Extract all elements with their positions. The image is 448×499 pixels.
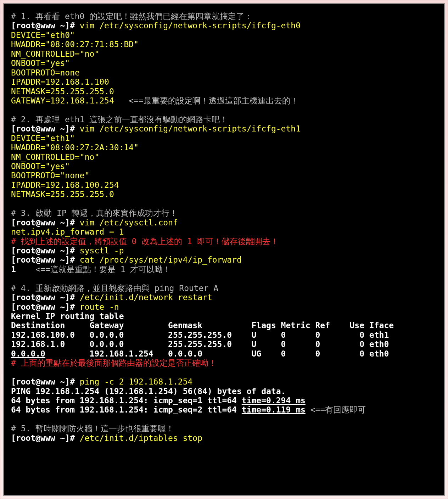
route-row-2: 192.168.1.0 0.0.0.0 255.255.255.0 U 0 0 … bbox=[11, 340, 389, 349]
ping-line-2-b: time=0.119 ms bbox=[242, 405, 306, 414]
command-sysctl-p: sysctl -p bbox=[75, 246, 124, 255]
ifcfg-eth1-device: DEVICE="eth1" bbox=[11, 134, 75, 143]
command-vim-eth0: vim /etc/sysconfig/network-scripts/ifcfg… bbox=[75, 21, 301, 30]
command-vim-eth1: vim /etc/sysconfig/network-scripts/ifcfg… bbox=[75, 124, 301, 133]
ipforward-value: 1 bbox=[11, 265, 16, 274]
route-row-1: 192.168.100.0 0.0.0.0 255.255.255.0 U 0 … bbox=[11, 330, 389, 340]
ifcfg-eth1-nmcontrolled: NM_CONTROLLED="no" bbox=[11, 152, 99, 162]
prompt: [root@www ~]# bbox=[11, 246, 75, 255]
route-note: # 上面的重點在於最後面那個路由器的設定是否正確呦！ bbox=[11, 358, 217, 368]
command-ping: ping -c 2 192.168.1.254 bbox=[75, 377, 192, 386]
blank-line bbox=[11, 368, 437, 377]
command-cat-ipforward: cat /proc/sys/net/ipv4/ip_forward bbox=[75, 255, 242, 264]
prompt: [root@www ~]# bbox=[11, 302, 75, 312]
ifcfg-eth0-onboot: ONBOOT="yes" bbox=[11, 58, 70, 68]
section-3-note: # 找到上述的設定值，將預設值 0 改為上述的 1 即可！儲存後離開去！ bbox=[11, 237, 279, 246]
ping-line-1-a: 64 bytes from 192.168.1.254: icmp_seq=1 … bbox=[11, 396, 242, 405]
ifcfg-eth1-netmask: NETMASK=255.255.255.0 bbox=[11, 190, 114, 199]
section-4-comment: # 4. 重新啟動網路，並且觀察路由與 ping Router A bbox=[11, 284, 218, 293]
terminal-output: # 1. 再看看 eth0 的設定吧！雖然我們已經在第四章就搞定了： [root… bbox=[3, 3, 445, 496]
section-2-comment: # 2. 再處理 eth1 這張之前一直都沒有驅動的網路卡吧！ bbox=[11, 115, 228, 124]
ping-header: PING 192.168.1.254 (192.168.1.254) 56(84… bbox=[11, 387, 286, 396]
prompt: [root@www ~]# bbox=[11, 124, 75, 133]
prompt: [root@www ~]# bbox=[11, 377, 75, 386]
command-iptables-stop: /etc/init.d/iptables stop bbox=[75, 433, 202, 443]
blank-line bbox=[11, 415, 437, 424]
prompt: [root@www ~]# bbox=[11, 433, 75, 443]
route-table-header: Destination Gateway Genmask Flags Metric… bbox=[11, 321, 394, 330]
route-row-3-dest: 0.0.0.0 bbox=[11, 349, 45, 358]
prompt: [root@www ~]# bbox=[11, 218, 75, 227]
ifcfg-eth0-nmcontrolled: NM_CONTROLLED="no" bbox=[11, 49, 99, 58]
gateway-note: <==最重要的設定啊！透過這部主機連出去的！ bbox=[114, 96, 298, 105]
route-row-3-rest: 192.168.1.254 0.0.0.0 UG 0 0 0 eth0 bbox=[45, 349, 389, 358]
ping-line-2-a: 64 bytes from 192.168.1.254: icmp_seq=2 … bbox=[11, 405, 242, 414]
sysctl-ipforward-line: net.ipv4.ip_forward = 1 bbox=[11, 227, 124, 236]
document-frame: # 1. 再看看 eth0 的設定吧！雖然我們已經在第四章就搞定了： [root… bbox=[0, 0, 448, 499]
prompt: [root@www ~]# bbox=[11, 293, 75, 302]
ping-note: <==有回應即可 bbox=[306, 405, 366, 414]
ifcfg-eth0-ipaddr: IPADDR=192.168.1.100 bbox=[11, 77, 109, 86]
command-route-n: route -n bbox=[75, 302, 119, 312]
ifcfg-eth1-onboot: ONBOOT="yes" bbox=[11, 162, 70, 171]
command-network-restart: /etc/init.d/network restart bbox=[75, 293, 212, 302]
ifcfg-eth0-device: DEVICE="eth0" bbox=[11, 30, 75, 40]
prompt: [root@www ~]# bbox=[11, 21, 75, 30]
section-3-comment: # 3. 啟動 IP 轉遞，真的來實作成功才行！ bbox=[11, 208, 178, 218]
route-table-title: Kernel IP routing table bbox=[11, 312, 124, 321]
blank-line bbox=[11, 105, 437, 114]
ifcfg-eth1-hwaddr: HWADDR="08:00:27:2A:30:14" bbox=[11, 143, 139, 152]
command-vim-sysctl: vim /etc/sysctl.conf bbox=[75, 218, 178, 227]
ipforward-note: <==這就是重點！要是 1 才可以呦！ bbox=[16, 265, 171, 274]
ifcfg-eth1-ipaddr: IPADDR=192.168.100.254 bbox=[11, 180, 119, 190]
section-5-comment: # 5. 暫時關閉防火牆！這一步也很重要喔！ bbox=[11, 424, 174, 433]
blank-line bbox=[11, 274, 437, 283]
ifcfg-eth0-bootproto: BOOTPROTO=none bbox=[11, 68, 80, 77]
ifcfg-eth0-netmask: NETMASK=255.255.255.0 bbox=[11, 87, 114, 96]
ifcfg-eth1-bootproto: BOOTPROTO="none" bbox=[11, 171, 90, 180]
blank-line bbox=[11, 199, 437, 208]
ifcfg-eth0-hwaddr: HWADDR="08:00:27:71:85:BD" bbox=[11, 40, 139, 49]
prompt: [root@www ~]# bbox=[11, 255, 75, 264]
ifcfg-eth0-gateway: GATEWAY=192.168.1.254 bbox=[11, 96, 114, 105]
section-1-comment: # 1. 再看看 eth0 的設定吧！雖然我們已經在第四章就搞定了： bbox=[11, 12, 252, 21]
ping-line-1-b: time=0.294 ms bbox=[242, 396, 306, 405]
